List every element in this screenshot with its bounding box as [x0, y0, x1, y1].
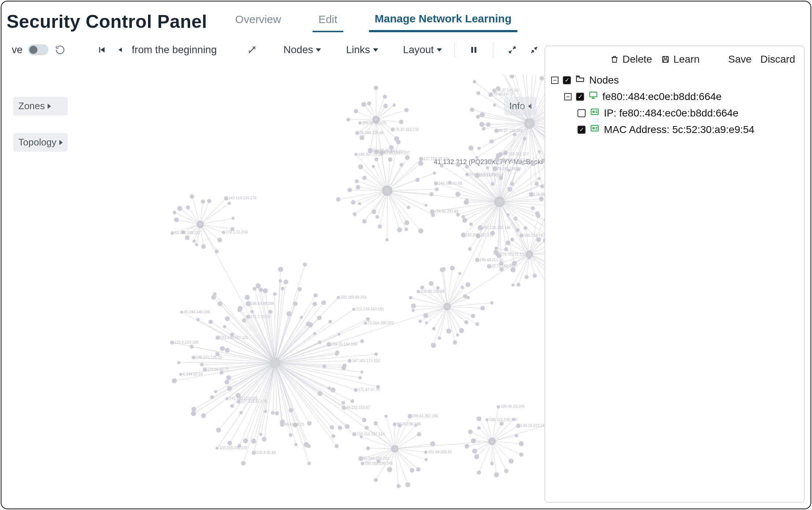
svg-rect-1087: [664, 56, 667, 58]
svg-point-399: [304, 442, 309, 447]
svg-point-88: [480, 112, 485, 117]
svg-point-304: [353, 212, 357, 216]
svg-point-604: [374, 352, 378, 356]
svg-line-991: [395, 416, 410, 449]
expand-icon[interactable]: [506, 43, 519, 56]
svg-text:249.41.202.160: 249.41.202.160: [412, 414, 438, 418]
checkbox[interactable]: [577, 126, 586, 134]
expander-icon[interactable]: −: [551, 77, 558, 84]
svg-point-611: [342, 366, 346, 370]
svg-point-1063: [355, 131, 359, 135]
checkbox[interactable]: [577, 109, 586, 117]
svg-line-339: [387, 159, 421, 191]
svg-point-206: [461, 215, 465, 219]
svg-point-939: [497, 405, 500, 409]
checkbox[interactable]: [563, 76, 571, 84]
svg-point-556: [303, 262, 307, 266]
svg-text:72.44.220.145: 72.44.220.145: [506, 158, 530, 162]
svg-point-1024: [174, 217, 179, 222]
svg-point-284: [407, 206, 410, 209]
learning-side-panel: Delete Learn Save Discard − Nodes: [545, 45, 805, 503]
svg-marker-2: [118, 48, 122, 52]
svg-text:6.144.62.84: 6.144.62.84: [183, 372, 203, 376]
svg-line-108: [500, 75, 529, 123]
refresh-icon[interactable]: [53, 43, 67, 56]
svg-line-643: [413, 306, 447, 307]
magic-wand-icon[interactable]: [246, 43, 259, 56]
svg-point-688: [525, 275, 529, 279]
expander-icon[interactable]: −: [564, 93, 572, 100]
svg-point-124: [540, 76, 544, 80]
svg-point-167: [536, 237, 541, 242]
step-back-icon[interactable]: [114, 43, 127, 56]
svg-point-1036: [207, 199, 211, 203]
svg-point-581: [352, 308, 355, 311]
learn-button[interactable]: Learn: [661, 53, 700, 65]
svg-point-84: [479, 122, 484, 127]
svg-point-489: [170, 341, 174, 345]
svg-line-6: [387, 191, 499, 202]
svg-text:173.16.92.77: 173.16.92.77: [207, 367, 229, 372]
toolbar-separator: [493, 42, 493, 57]
svg-line-295: [380, 191, 387, 226]
links-menu-label: Links: [346, 44, 370, 56]
svg-point-586: [366, 317, 370, 321]
svg-point-536: [255, 283, 261, 288]
tree-root-row[interactable]: − Nodes: [551, 72, 797, 88]
svg-point-648: [417, 290, 420, 293]
tree-leaf-mac-row[interactable]: MAC Address: 5c:52:30:a9:e9:54: [577, 121, 797, 138]
live-label-fragment: ve: [12, 44, 23, 56]
svg-line-647: [418, 292, 447, 307]
svg-point-995: [414, 424, 417, 426]
svg-marker-1: [100, 47, 104, 53]
svg-line-230: [467, 167, 499, 202]
svg-point-1051: [394, 136, 399, 141]
svg-rect-0: [99, 47, 100, 53]
tab-manage-network-learning[interactable]: Manage Network Learning: [369, 8, 517, 32]
svg-point-1093: [593, 128, 594, 129]
tab-overview[interactable]: Overview: [229, 9, 287, 32]
discard-button[interactable]: Discard: [760, 53, 795, 65]
checkbox[interactable]: [576, 93, 584, 101]
svg-line-706: [512, 240, 529, 254]
svg-point-632: [431, 343, 436, 348]
svg-point-192: [468, 247, 472, 251]
svg-point-405: [289, 433, 292, 437]
skip-start-icon[interactable]: [95, 43, 108, 56]
svg-text:171.47.47.75: 171.47.47.75: [358, 388, 380, 392]
svg-line-980: [366, 428, 395, 449]
nodes-menu[interactable]: Nodes: [284, 44, 321, 56]
svg-point-624: [456, 333, 459, 336]
svg-point-512: [225, 316, 230, 321]
tree-node-row[interactable]: − fe80::484:ec0e:b8dd:664e: [564, 88, 797, 105]
svg-point-320: [358, 164, 363, 169]
svg-line-935: [487, 420, 492, 441]
svg-point-918: [490, 462, 494, 465]
svg-point-254: [523, 137, 527, 141]
layout-menu[interactable]: Layout: [403, 44, 442, 56]
svg-point-626: [453, 340, 457, 344]
tab-edit[interactable]: Edit: [313, 9, 343, 32]
svg-point-385: [331, 434, 335, 438]
svg-point-354: [358, 376, 362, 380]
svg-point-316: [355, 179, 359, 183]
svg-point-667: [466, 282, 470, 287]
svg-point-484: [192, 355, 196, 359]
svg-point-690: [516, 283, 520, 287]
svg-text:130.233.230.132: 130.233.230.132: [219, 446, 248, 450]
svg-point-92: [493, 103, 496, 107]
svg-point-981: [365, 426, 369, 430]
tree-leaf-ip-row[interactable]: IP: fe80::484:ec0e:b8dd:664e: [577, 105, 797, 121]
save-button[interactable]: Save: [728, 53, 752, 65]
collapse-icon[interactable]: [528, 43, 541, 56]
svg-line-287: [387, 191, 407, 223]
delete-button[interactable]: Delete: [610, 53, 652, 65]
svg-point-423: [259, 433, 262, 436]
svg-point-375: [342, 406, 346, 410]
svg-line-996: [395, 434, 419, 449]
svg-text:53.216.149.237: 53.216.149.237: [174, 231, 200, 235]
caret-down-icon: [316, 48, 321, 52]
live-toggle[interactable]: [28, 44, 48, 55]
pause-icon[interactable]: [467, 43, 480, 56]
links-menu[interactable]: Links: [346, 44, 378, 56]
